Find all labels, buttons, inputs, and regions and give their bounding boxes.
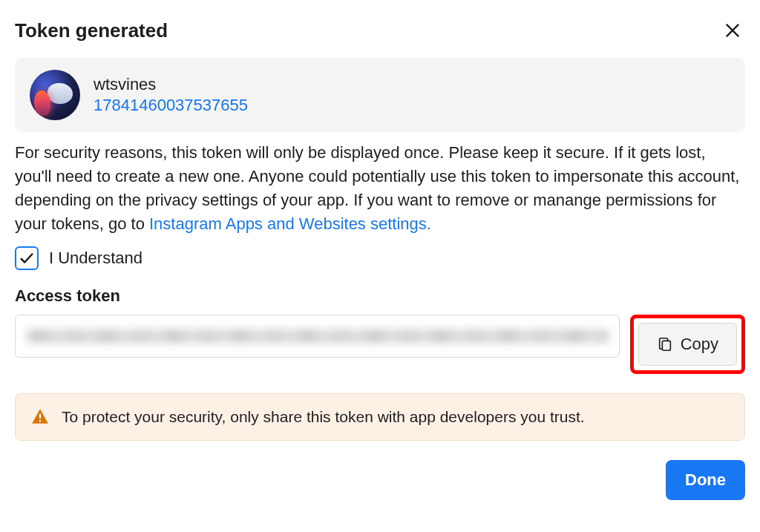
copy-icon xyxy=(657,336,673,352)
account-name: wtsvines xyxy=(94,75,248,94)
copy-button-label: Copy xyxy=(681,335,718,354)
modal-footer: Done xyxy=(15,460,745,500)
account-avatar xyxy=(30,70,80,120)
token-value-redacted xyxy=(26,329,609,343)
warning-icon xyxy=(30,407,50,427)
security-description: For security reasons, this token will on… xyxy=(15,141,745,236)
copy-button-highlight: Copy xyxy=(630,315,745,374)
modal-title: Token generated xyxy=(15,19,168,42)
understand-checkbox[interactable] xyxy=(15,246,39,270)
copy-button[interactable]: Copy xyxy=(638,323,737,366)
token-generated-modal: Token generated wtsvines 178414600375376… xyxy=(0,0,760,518)
token-row: Copy xyxy=(15,315,745,374)
understand-label[interactable]: I Understand xyxy=(49,249,142,268)
svg-rect-3 xyxy=(39,413,41,418)
svg-rect-2 xyxy=(662,341,670,350)
warning-text: To protect your security, only share thi… xyxy=(62,408,585,426)
account-id-link[interactable]: 17841460037537655 xyxy=(94,96,248,115)
close-icon xyxy=(723,21,742,40)
modal-header: Token generated xyxy=(15,18,745,43)
consent-row: I Understand xyxy=(15,246,745,270)
account-info: wtsvines 17841460037537655 xyxy=(94,75,248,115)
instagram-settings-link[interactable]: Instagram Apps and Websites settings. xyxy=(149,214,431,233)
close-button[interactable] xyxy=(720,18,745,43)
svg-rect-4 xyxy=(39,420,41,421)
done-button[interactable]: Done xyxy=(666,460,745,500)
access-token-field[interactable] xyxy=(15,315,620,358)
check-icon xyxy=(19,250,35,266)
warning-banner: To protect your security, only share thi… xyxy=(15,393,745,441)
account-card: wtsvines 17841460037537655 xyxy=(15,58,745,132)
access-token-label: Access token xyxy=(15,286,745,306)
